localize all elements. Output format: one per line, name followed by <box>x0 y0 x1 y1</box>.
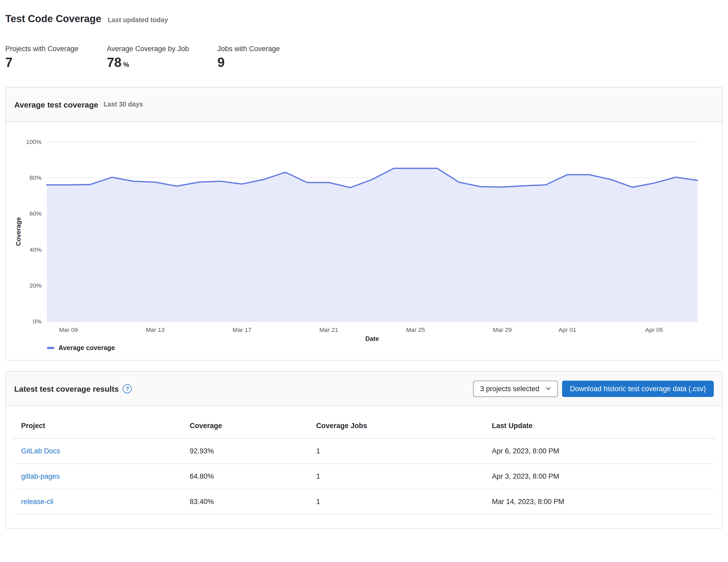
svg-text:Apr 01: Apr 01 <box>558 326 576 333</box>
coverage-cell: 83.40% <box>181 489 308 515</box>
svg-text:Coverage: Coverage <box>15 217 22 246</box>
results-card-title: Latest test coverage results <box>14 384 119 393</box>
coverage-cell: 92.93% <box>181 439 308 464</box>
stat-average-coverage-by-job: Average Coverage by Job 78 % <box>107 45 189 70</box>
chart-legend[interactable]: Average coverage <box>47 345 714 352</box>
table-header-row: Project Coverage Coverage Jobs Last Upda… <box>13 414 715 439</box>
svg-text:Mar 17: Mar 17 <box>233 326 251 333</box>
test-code-coverage-page: Test Code Coverage Last updated today Pr… <box>0 0 728 529</box>
last-update-cell: Apr 3, 2023, 8:00 PM <box>484 464 715 489</box>
svg-text:Mar 13: Mar 13 <box>146 326 165 333</box>
project-cell: gitlab-pages <box>13 464 181 489</box>
page-title: Test Code Coverage <box>5 13 101 25</box>
project-cell: GitLab Docs <box>13 439 181 464</box>
stat-label: Average Coverage by Job <box>107 45 189 53</box>
svg-text:40%: 40% <box>29 246 42 253</box>
results-table-wrap: Project Coverage Coverage Jobs Last Upda… <box>6 406 722 529</box>
last-update-cell: Mar 14, 2023, 8:00 PM <box>484 489 715 515</box>
stat-value: 7 <box>5 55 78 70</box>
legend-label: Average coverage <box>58 345 115 352</box>
column-header-coverage: Coverage <box>181 414 308 439</box>
svg-text:100%: 100% <box>26 138 42 145</box>
last-update-cell: Apr 6, 2023, 8:00 PM <box>484 439 715 464</box>
stat-value: 9 <box>217 55 280 70</box>
average-coverage-card: Average test coverage Last 30 days 0%20%… <box>5 87 723 361</box>
stat-value: 78 % <box>107 55 189 70</box>
stat-unit: % <box>123 61 129 68</box>
download-csv-button[interactable]: Download historic test coverage data (.c… <box>562 381 714 397</box>
last-updated-text: Last updated today <box>108 16 168 24</box>
svg-text:Date: Date <box>365 335 379 342</box>
results-controls: 3 projects selected Download historic te… <box>473 381 714 397</box>
page-header: Test Code Coverage Last updated today <box>5 0 723 25</box>
stat-label: Jobs with Coverage <box>217 45 280 53</box>
coverage-jobs-cell: 1 <box>308 464 484 489</box>
table-row: GitLab Docs 92.93% 1 Apr 6, 2023, 8:00 P… <box>13 439 715 464</box>
column-header-coverage-jobs: Coverage Jobs <box>308 414 484 439</box>
column-header-last-update: Last Update <box>484 414 715 439</box>
svg-text:Apr 05: Apr 05 <box>645 326 663 333</box>
help-question-icon[interactable]: ? <box>123 384 132 393</box>
svg-text:80%: 80% <box>29 174 42 181</box>
stat-projects-with-coverage: Projects with Coverage 7 <box>5 45 78 70</box>
svg-text:Mar 29: Mar 29 <box>493 326 511 333</box>
svg-text:Mar 21: Mar 21 <box>319 326 338 333</box>
svg-text:Mar 25: Mar 25 <box>406 326 425 333</box>
results-table: Project Coverage Coverage Jobs Last Upda… <box>13 414 715 515</box>
stat-jobs-with-coverage: Jobs with Coverage 9 <box>217 45 280 70</box>
project-cell: release-cli <box>13 489 181 515</box>
column-header-project: Project <box>13 414 181 439</box>
projects-filter-dropdown[interactable]: 3 projects selected <box>473 381 558 397</box>
coverage-area-chart[interactable]: 0%20%40%60%80%100%Mar 09Mar 13Mar 17Mar … <box>14 129 714 343</box>
stat-number: 78 <box>107 55 122 70</box>
results-title-group: Latest test coverage results ? <box>14 384 132 393</box>
chart-card-title: Average test coverage <box>14 100 98 109</box>
legend-swatch <box>47 347 54 349</box>
svg-text:Mar 09: Mar 09 <box>59 326 78 333</box>
table-row: gitlab-pages 64.80% 1 Apr 3, 2023, 8:00 … <box>13 464 715 489</box>
stat-label: Projects with Coverage <box>5 45 78 53</box>
chevron-down-icon <box>545 385 552 393</box>
latest-results-card: Latest test coverage results ? 3 project… <box>5 372 723 529</box>
project-link[interactable]: release-cli <box>21 498 53 506</box>
coverage-jobs-cell: 1 <box>308 489 484 515</box>
stat-number: 7 <box>5 55 13 70</box>
chart-card-subtitle: Last 30 days <box>104 101 143 108</box>
coverage-jobs-cell: 1 <box>308 439 484 464</box>
svg-text:60%: 60% <box>29 210 42 217</box>
results-card-header: Latest test coverage results ? 3 project… <box>6 372 722 406</box>
table-row: release-cli 83.40% 1 Mar 14, 2023, 8:00 … <box>13 489 715 515</box>
project-link[interactable]: gitlab-pages <box>21 473 60 481</box>
svg-text:20%: 20% <box>29 282 42 289</box>
projects-filter-value: 3 projects selected <box>480 385 539 393</box>
coverage-cell: 64.80% <box>181 464 308 489</box>
summary-stats: Projects with Coverage 7 Average Coverag… <box>5 45 723 70</box>
chart-card-header: Average test coverage Last 30 days <box>6 87 722 122</box>
stat-number: 9 <box>217 55 225 70</box>
project-link[interactable]: GitLab Docs <box>21 447 60 455</box>
chart-card-body: 0%20%40%60%80%100%Mar 09Mar 13Mar 17Mar … <box>6 122 722 360</box>
svg-text:0%: 0% <box>33 318 42 325</box>
